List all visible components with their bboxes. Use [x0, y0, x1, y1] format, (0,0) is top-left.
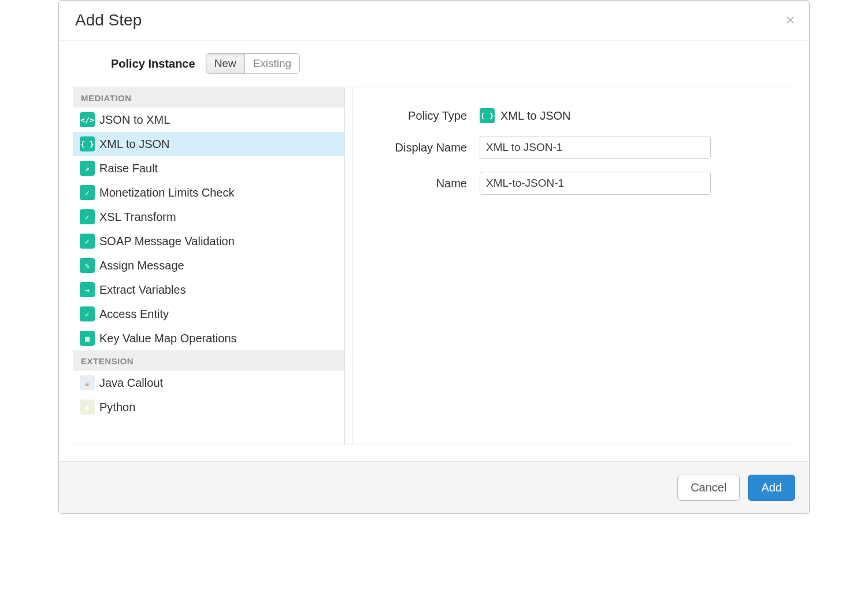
policy-item-label: Python [99, 401, 135, 414]
policy-item-label: SOAP Message Validation [99, 235, 235, 248]
policy-item-label: Access Entity [99, 308, 169, 321]
code-icon: </> [80, 112, 95, 127]
policy-item[interactable]: ✓SOAP Message Validation [73, 229, 344, 253]
name-row: Name [376, 172, 772, 195]
group-header: MEDIATION [73, 87, 344, 108]
policy-item[interactable]: ☕Java Callout [73, 371, 344, 395]
policy-type-text: XML to JSON [500, 109, 571, 123]
policy-item-label: Monetization Limits Check [99, 186, 234, 199]
policy-item[interactable]: ⇢Extract Variables [73, 278, 344, 302]
add-step-dialog: Add Step × Policy Instance New Existing … [58, 0, 810, 514]
close-icon[interactable]: × [786, 12, 795, 28]
toggle-new-button[interactable]: New [206, 54, 244, 73]
policy-item-label: Java Callout [99, 376, 163, 390]
policy-detail-pane: Policy Type { } XML to JSON Display Name… [353, 87, 795, 445]
name-input[interactable] [480, 172, 711, 195]
dialog-header: Add Step × [59, 1, 809, 40]
display-name-label: Display Name [376, 141, 480, 154]
dialog-body: MEDIATION</>JSON to XML{ }XML to JSON↗Ra… [73, 87, 795, 445]
check-icon: ✓ [80, 209, 95, 224]
policy-item[interactable]: ✓XSL Transform [73, 205, 344, 229]
policy-item-label: Raise Fault [99, 162, 158, 175]
policy-item-label: Extract Variables [99, 283, 186, 297]
pane-divider [344, 87, 353, 445]
toggle-existing-button[interactable]: Existing [244, 54, 300, 73]
policy-instance-toggle: New Existing [206, 53, 301, 74]
cancel-button[interactable]: Cancel [677, 475, 740, 501]
policy-type-label: Policy Type [376, 109, 480, 123]
java-icon: ☕ [80, 375, 95, 390]
policy-item[interactable]: </>JSON to XML [73, 108, 344, 132]
policy-type-row: Policy Type { } XML to JSON [376, 108, 772, 123]
group-header: EXTENSION [73, 350, 344, 371]
policy-item-label: XSL Transform [99, 210, 176, 224]
policy-item-label: XML to JSON [99, 138, 170, 151]
policy-item[interactable]: ✎Assign Message [73, 253, 344, 278]
edit-icon: ✎ [80, 258, 95, 273]
policy-item[interactable]: ✓Monetization Limits Check [73, 180, 344, 205]
check-icon: ✓ [80, 306, 95, 321]
policy-item-label: JSON to XML [99, 113, 170, 127]
check-icon: ✓ [80, 234, 95, 249]
display-name-row: Display Name [376, 136, 772, 159]
policy-item[interactable]: ◆Python [73, 395, 344, 419]
kvm-icon: ▦ [80, 331, 95, 346]
dialog-title: Add Step [75, 11, 142, 29]
display-name-input[interactable] [480, 136, 711, 159]
policy-item-label: Assign Message [99, 259, 184, 272]
extract-icon: ⇢ [80, 282, 95, 297]
arrow-icon: ↗ [80, 161, 95, 176]
policy-item-label: Key Value Map Operations [99, 332, 237, 345]
braces-icon: { } [80, 136, 95, 151]
policy-instance-toolbar: Policy Instance New Existing [59, 40, 809, 87]
policy-item[interactable]: { }XML to JSON [73, 132, 344, 156]
add-button[interactable]: Add [748, 475, 795, 501]
policy-item[interactable]: ▦Key Value Map Operations [73, 326, 344, 350]
policy-item[interactable]: ✓Access Entity [73, 302, 344, 326]
check-icon: ✓ [80, 185, 95, 200]
dialog-footer: Cancel Add [59, 461, 809, 513]
policy-instance-label: Policy Instance [111, 57, 195, 71]
name-label: Name [376, 177, 480, 190]
policy-type-value: { } XML to JSON [480, 108, 571, 123]
braces-icon: { } [480, 108, 495, 123]
python-icon: ◆ [80, 400, 95, 415]
policy-item[interactable]: ↗Raise Fault [73, 156, 344, 180]
policy-list-sidebar[interactable]: MEDIATION</>JSON to XML{ }XML to JSON↗Ra… [73, 87, 344, 445]
